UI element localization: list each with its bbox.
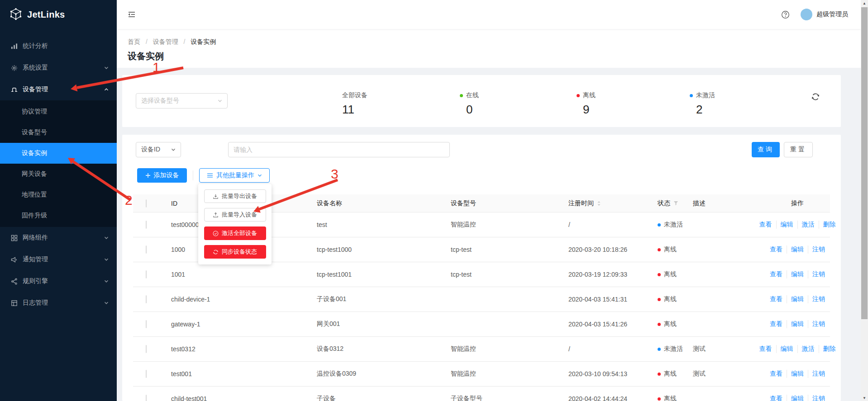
- batch-menu-item-label: 批量导入设备: [222, 211, 257, 219]
- sidebar-item-4[interactable]: 通知管理: [0, 249, 117, 270]
- scrollbar-thumb[interactable]: [861, 7, 868, 319]
- avatar[interactable]: [801, 9, 812, 20]
- question-circle-icon[interactable]: [781, 10, 790, 19]
- action-activate[interactable]: 激活: [797, 345, 815, 353]
- search-field-select[interactable]: 设备ID: [136, 142, 181, 157]
- current-user-name[interactable]: 超级管理员: [816, 10, 848, 19]
- cell-name: 网关001: [317, 320, 451, 328]
- table-row: test0312设备0312智能温控/未激活测试查看编辑激活删除: [133, 337, 830, 362]
- brand-logo[interactable]: JetLinks: [0, 0, 117, 29]
- status-dot: [658, 248, 661, 251]
- batch-menu-item-0[interactable]: 批量导出设备: [204, 189, 266, 203]
- action-view[interactable]: 查看: [759, 221, 772, 229]
- action-edit[interactable]: 编辑: [787, 370, 804, 378]
- menu-fold-icon[interactable]: [128, 10, 136, 20]
- row-checkbox[interactable]: [146, 245, 147, 254]
- reset-button[interactable]: 重置: [784, 142, 813, 157]
- row-checkbox[interactable]: [146, 345, 147, 353]
- action-unregister[interactable]: 注销: [808, 245, 825, 254]
- model-select[interactable]: 选择设备型号: [136, 93, 228, 109]
- sidebar-subitem-2[interactable]: 设备实例: [0, 143, 117, 164]
- scroll-up-icon[interactable]: ▲: [861, 0, 868, 6]
- sidebar-subitem-5[interactable]: 固件升级: [0, 205, 117, 226]
- search-field-value: 设备ID: [141, 146, 160, 154]
- search-input[interactable]: [228, 142, 450, 157]
- cell-id: child-device-1: [171, 296, 317, 303]
- status-dot: [658, 323, 661, 326]
- cell-status: 未激活: [658, 345, 693, 353]
- sidebar-subitem-label: 固件升级: [22, 212, 47, 220]
- query-button[interactable]: 查询: [752, 142, 780, 157]
- sync-icon: [213, 249, 219, 255]
- action-view[interactable]: 查看: [770, 320, 782, 328]
- gear-icon: [11, 64, 18, 71]
- action-edit[interactable]: 编辑: [787, 270, 804, 278]
- sidebar-subitem-label: 设备型号: [22, 128, 47, 137]
- status-text: 离线: [664, 295, 677, 303]
- toolbar-divider: [193, 170, 193, 180]
- import-icon: [213, 212, 219, 218]
- action-unregister[interactable]: 注销: [808, 370, 825, 378]
- action-view[interactable]: 查看: [770, 295, 782, 303]
- row-checkbox[interactable]: [146, 295, 147, 303]
- batch-operations-button[interactable]: 其他批量操作: [199, 168, 270, 183]
- action-edit[interactable]: 编辑: [776, 345, 793, 353]
- sidebar-subitem-3[interactable]: 网关设备: [0, 164, 117, 184]
- add-device-button[interactable]: 添加设备: [137, 168, 187, 183]
- main-area: 超级管理员 首页 / 设备管理 / 设备实例 设备实例 选择设备型号 全部设备1…: [117, 0, 861, 401]
- batch-menu-item-2[interactable]: 激活全部设备: [204, 226, 266, 240]
- cell-model: tcp-test: [451, 271, 568, 278]
- action-edit[interactable]: 编辑: [776, 221, 793, 229]
- action-delete[interactable]: 删除: [819, 345, 836, 353]
- select-all-checkbox[interactable]: [146, 199, 147, 208]
- breadcrumb-home[interactable]: 首页: [128, 38, 140, 45]
- top-header: 超级管理员: [117, 0, 861, 29]
- row-checkbox[interactable]: [146, 320, 147, 328]
- sidebar-subitem-1[interactable]: 设备型号: [0, 122, 117, 143]
- breadcrumb-device-management[interactable]: 设备管理: [153, 38, 178, 45]
- action-edit[interactable]: 编辑: [787, 320, 804, 328]
- column-header-label: 状态: [658, 199, 670, 208]
- sidebar-subitem-4[interactable]: 地理位置: [0, 184, 117, 205]
- action-edit[interactable]: 编辑: [787, 395, 804, 401]
- sidebar-item-3[interactable]: 网络组件: [0, 227, 117, 249]
- action-view[interactable]: 查看: [770, 370, 782, 378]
- cell-status: 离线: [658, 295, 693, 303]
- share-icon: [11, 278, 18, 285]
- sidebar-item-6[interactable]: 日志管理: [0, 292, 117, 314]
- refresh-icon[interactable]: [811, 92, 820, 103]
- action-view[interactable]: 查看: [770, 395, 782, 401]
- action-edit[interactable]: 编辑: [787, 295, 804, 303]
- action-view[interactable]: 查看: [770, 270, 782, 278]
- batch-menu-item-1[interactable]: 批量导入设备: [204, 208, 266, 222]
- sort-caret-icon[interactable]: [597, 200, 601, 207]
- stat-label-text: 全部设备: [342, 91, 367, 99]
- sidebar-item-5[interactable]: 规则引擎: [0, 270, 117, 292]
- action-unregister[interactable]: 注销: [808, 295, 825, 303]
- column-header-name: 设备名称: [317, 199, 451, 208]
- sidebar-item-2[interactable]: 设备管理: [0, 79, 117, 100]
- filter-icon[interactable]: [673, 201, 678, 206]
- sidebar-subitem-0[interactable]: 协议管理: [0, 101, 117, 122]
- action-view[interactable]: 查看: [770, 245, 782, 254]
- sidebar-item-1[interactable]: 系统设置: [0, 57, 117, 79]
- action-unregister[interactable]: 注销: [808, 395, 825, 401]
- row-checkbox[interactable]: [146, 270, 147, 278]
- batch-menu-item-3[interactable]: 同步设备状态: [204, 245, 266, 259]
- list-icon: [207, 172, 213, 179]
- action-activate[interactable]: 激活: [797, 221, 815, 229]
- vertical-scrollbar[interactable]: ▲ ▼: [861, 0, 868, 401]
- action-unregister[interactable]: 注销: [808, 320, 825, 328]
- cell-time: 2020-03-19 12:09:33: [568, 271, 658, 278]
- row-checkbox[interactable]: [146, 370, 147, 378]
- action-edit[interactable]: 编辑: [787, 245, 804, 254]
- action-delete[interactable]: 删除: [819, 221, 836, 229]
- row-checkbox[interactable]: [146, 395, 147, 401]
- scroll-down-icon[interactable]: ▼: [861, 395, 868, 401]
- row-checkbox-cell: [133, 321, 171, 328]
- row-checkbox[interactable]: [146, 221, 147, 229]
- action-view[interactable]: 查看: [759, 345, 772, 353]
- action-unregister[interactable]: 注销: [808, 270, 825, 278]
- batch-menu-item-label: 激活全部设备: [222, 229, 257, 237]
- sidebar-item-0[interactable]: 统计分析: [0, 35, 117, 57]
